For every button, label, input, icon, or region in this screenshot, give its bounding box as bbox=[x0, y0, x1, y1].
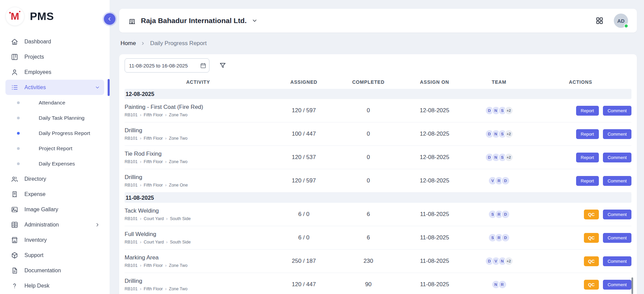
activity-name[interactable]: Drilling bbox=[125, 127, 268, 134]
team-avatars[interactable]: D N S +2 bbox=[468, 130, 530, 138]
activity-name[interactable]: Drilling bbox=[125, 278, 268, 285]
question-icon bbox=[11, 282, 18, 290]
sidebar-item-label: Expense bbox=[24, 191, 45, 197]
path-zone: South Side bbox=[170, 216, 191, 221]
assigned-value: 250 / 187 bbox=[272, 258, 336, 264]
table-row: Marking Area RB101› Fifth Floor› Zone Tw… bbox=[125, 250, 631, 273]
app-logo-mark: M bbox=[5, 7, 24, 26]
team-avatar-more: +2 bbox=[504, 130, 513, 138]
path-floor: Fifth Floor bbox=[144, 136, 163, 141]
team-avatar: R bbox=[498, 280, 507, 289]
comment-button[interactable]: Comment bbox=[603, 280, 631, 290]
report-button[interactable]: Report bbox=[576, 129, 599, 139]
comment-button[interactable]: Comment bbox=[603, 106, 631, 116]
sidebar-item-projects[interactable]: Projects bbox=[5, 49, 104, 64]
path-floor: Fifth Floor bbox=[144, 159, 163, 164]
path-project: RB101 bbox=[125, 263, 137, 268]
activity-path: RB101› Fifth Floor› Zone Two bbox=[125, 159, 268, 164]
sidebar-item-label: Employees bbox=[24, 69, 51, 75]
breadcrumb-home-link[interactable]: Home bbox=[121, 40, 136, 47]
qc-button[interactable]: QC bbox=[584, 256, 599, 266]
group-header: 12-08-2025 bbox=[125, 89, 631, 99]
team-avatars[interactable]: D N S +2 bbox=[468, 153, 530, 162]
assign-on-value: 11-08-2025 bbox=[401, 211, 468, 218]
activity-name[interactable]: Painting - First Coat (Fire Red) bbox=[125, 104, 268, 111]
comment-button[interactable]: Comment bbox=[603, 129, 631, 139]
qc-button[interactable]: QC bbox=[584, 210, 599, 219]
breadcrumb-current: Daily Progress Report bbox=[150, 40, 206, 47]
bullet-icon bbox=[17, 117, 20, 119]
sidebar-item-activities[interactable]: Activities bbox=[5, 80, 104, 95]
qc-button[interactable]: QC bbox=[584, 233, 599, 243]
report-button[interactable]: Report bbox=[576, 106, 599, 116]
image-icon bbox=[11, 206, 18, 213]
sidebar-item-directory[interactable]: Directory bbox=[5, 171, 104, 187]
assign-on-value: 11-08-2025 bbox=[401, 258, 468, 264]
chevron-right-icon: › bbox=[166, 217, 168, 221]
apps-grid-icon[interactable] bbox=[595, 17, 604, 25]
sidebar-subitem-daily-progress-report[interactable]: Daily Progress Report bbox=[5, 125, 104, 141]
team-avatars[interactable]: S R D bbox=[468, 210, 530, 219]
date-range-field[interactable] bbox=[125, 58, 209, 73]
scrollbar-thumb[interactable] bbox=[631, 277, 633, 294]
sidebar-item-documentation[interactable]: Documentation bbox=[5, 263, 104, 278]
company-selector[interactable]: Raja Bahadur International Ltd. bbox=[128, 17, 258, 25]
team-avatars[interactable]: D V N +2 bbox=[468, 257, 530, 266]
team-avatars[interactable]: D N S +2 bbox=[468, 106, 530, 115]
path-floor: Court Yard bbox=[144, 216, 164, 221]
filter-funnel-icon[interactable] bbox=[219, 62, 226, 69]
sidebar-subitem-attendance[interactable]: Attendance bbox=[5, 95, 104, 110]
assigned-value: 120 / 537 bbox=[272, 154, 336, 161]
sidebar-subitem-daily-expenses[interactable]: Daily Expenses bbox=[5, 156, 104, 171]
person-icon bbox=[11, 68, 18, 76]
sidebar-item-expense[interactable]: Expense bbox=[5, 187, 104, 202]
chevron-right-icon: › bbox=[140, 240, 141, 244]
chevron-right-icon: › bbox=[165, 287, 167, 291]
path-project: RB101 bbox=[125, 216, 137, 221]
sidebar-item-label: Support bbox=[24, 252, 43, 258]
date-range-input[interactable] bbox=[129, 63, 197, 68]
sidebar-subitem-project-report[interactable]: Project Report bbox=[5, 141, 104, 156]
comment-button[interactable]: Comment bbox=[603, 153, 631, 162]
table-row: Drilling RB101› Fifth Floor› Zone Two 12… bbox=[125, 273, 631, 294]
comment-button[interactable]: Comment bbox=[603, 256, 631, 266]
calendar-icon[interactable] bbox=[200, 62, 206, 69]
sidebar-item-dashboard[interactable]: Dashboard bbox=[5, 34, 104, 49]
path-zone: Zone Two bbox=[169, 113, 188, 117]
sidebar-item-employees[interactable]: Employees bbox=[5, 64, 104, 80]
sidebar-subitem-daily-task-planning[interactable]: Daily Task Planning bbox=[5, 110, 104, 125]
team-avatar: D bbox=[501, 210, 510, 219]
team-avatars[interactable]: N R bbox=[468, 280, 530, 289]
completed-value: 0 bbox=[336, 107, 401, 114]
comment-button[interactable]: Comment bbox=[603, 210, 631, 219]
sidebar-collapse-button[interactable] bbox=[104, 13, 115, 25]
report-button[interactable]: Report bbox=[576, 153, 599, 162]
sidebar-subitem-label: Attendance bbox=[39, 100, 65, 106]
assign-on-value: 12-08-2025 bbox=[401, 177, 468, 184]
activity-name[interactable]: Tie Rod Fixing bbox=[125, 151, 268, 157]
comment-button[interactable]: Comment bbox=[603, 233, 631, 243]
sidebar-item-inventory[interactable]: Inventory bbox=[5, 232, 104, 248]
company-name: Raja Bahadur International Ltd. bbox=[141, 17, 247, 25]
path-project: RB101 bbox=[125, 183, 137, 188]
report-button[interactable]: Report bbox=[576, 176, 599, 186]
user-avatar[interactable]: AD bbox=[614, 14, 628, 28]
sidebar-item-administration[interactable]: Administration bbox=[5, 217, 104, 232]
table-row: Drilling RB101› Fifth Floor› Zone Two 10… bbox=[125, 122, 631, 146]
activity-name[interactable]: Full Welding bbox=[125, 231, 268, 238]
sidebar-item-image-gallary[interactable]: Image Gallary bbox=[5, 202, 104, 217]
team-avatars[interactable]: S R D bbox=[468, 233, 530, 242]
assign-on-value: 11-08-2025 bbox=[401, 281, 468, 288]
activity-name[interactable]: Tack Welding bbox=[125, 208, 268, 214]
activity-name[interactable]: Marking Area bbox=[125, 254, 268, 261]
comment-button[interactable]: Comment bbox=[603, 176, 631, 186]
group-date: 11-08-2025 bbox=[126, 195, 154, 201]
activities-submenu: Attendance Daily Task Planning Daily Pro… bbox=[5, 95, 104, 171]
sidebar-item-help-desk[interactable]: Help Desk bbox=[5, 278, 104, 293]
activity-name[interactable]: Drilling bbox=[125, 174, 268, 181]
sidebar-item-support[interactable]: Support bbox=[5, 248, 104, 263]
team-avatars[interactable]: V R D bbox=[468, 176, 530, 185]
chevron-right-icon: › bbox=[140, 263, 141, 268]
qc-button[interactable]: QC bbox=[584, 280, 599, 290]
kanban-icon bbox=[11, 53, 18, 61]
